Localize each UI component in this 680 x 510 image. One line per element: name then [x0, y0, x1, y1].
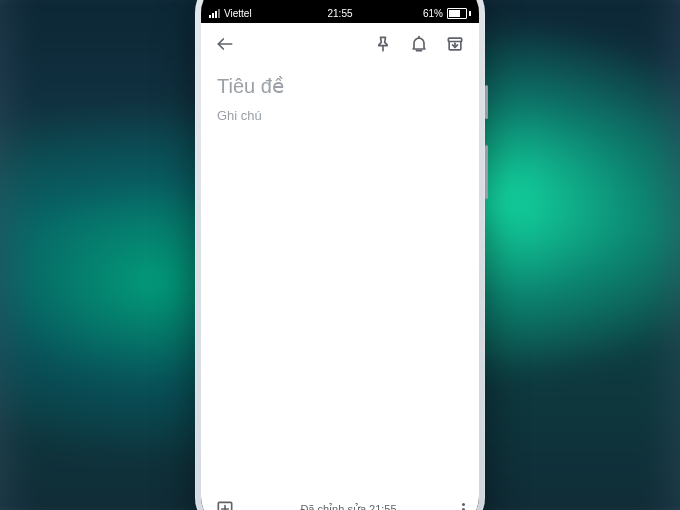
phone-frame: Viettel 21:55 61% — [195, 0, 485, 510]
archive-button[interactable] — [437, 26, 473, 62]
back-arrow-icon — [215, 34, 235, 54]
status-bar: Viettel 21:55 61% — [201, 3, 479, 23]
more-vert-icon — [462, 503, 465, 506]
phone-screen: Viettel 21:55 61% — [201, 3, 479, 510]
note-toolbar — [201, 23, 479, 65]
back-button[interactable] — [207, 26, 243, 62]
note-title-input[interactable] — [217, 71, 463, 102]
add-button[interactable] — [207, 491, 243, 510]
battery-percent: 61% — [423, 8, 443, 19]
phone-side-button — [485, 85, 488, 119]
svg-rect-4 — [448, 38, 461, 41]
note-editor — [201, 65, 479, 489]
overflow-menu-button[interactable] — [454, 503, 473, 511]
note-bottom-bar: Đã chỉnh sửa 21:55 — [201, 489, 479, 510]
signal-icon — [209, 9, 220, 18]
phone-side-button — [485, 145, 488, 199]
battery-icon — [447, 8, 471, 19]
carrier-label: Viettel — [224, 8, 252, 19]
reminder-bell-icon — [409, 34, 429, 54]
pin-button[interactable] — [365, 26, 401, 62]
add-box-icon — [215, 499, 235, 510]
status-time: 21:55 — [327, 8, 352, 19]
note-body-input[interactable] — [217, 102, 463, 434]
archive-icon — [445, 34, 465, 54]
reminder-button[interactable] — [401, 26, 437, 62]
edited-timestamp: Đã chỉnh sửa 21:55 — [243, 503, 454, 511]
pin-icon — [373, 34, 393, 54]
